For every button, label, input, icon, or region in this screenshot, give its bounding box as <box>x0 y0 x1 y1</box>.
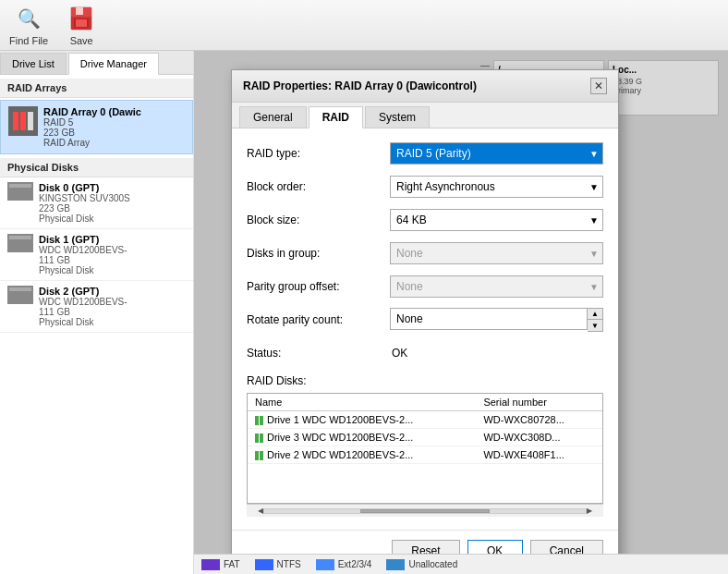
disks-in-group-select[interactable]: None ▼ <box>390 242 603 264</box>
sidebar-tab-bar: Drive List Drive Manager <box>0 51 193 75</box>
tab-drive-list[interactable]: Drive List <box>0 53 67 74</box>
raid-array-kind: RAID Array <box>43 138 185 148</box>
app-main: Drive List Drive Manager RAID Arrays <box>0 51 728 574</box>
disk-table-row[interactable]: Drive 3 WDC WD1200BEVS-2... WD-WXC308D..… <box>248 429 602 446</box>
col-serial-header: Serial number <box>476 394 602 411</box>
physical-disks-header: Physical Disks <box>0 158 193 177</box>
legend-label: Unallocated <box>408 559 457 569</box>
disk-0-name: Disk 0 (GPT) <box>39 182 186 193</box>
disk-1-icon <box>7 234 33 252</box>
parity-offset-select[interactable]: None ▼ <box>390 275 603 298</box>
block-size-select[interactable]: 64 KB ▼ <box>390 209 603 231</box>
legend-item: Ext2/3/4 <box>316 559 372 570</box>
svg-rect-4 <box>76 19 87 27</box>
toolbar: 🔍 Find File Save <box>0 0 728 51</box>
disk-row-icon <box>255 451 263 460</box>
status-value: OK <box>390 347 407 360</box>
disk-item-1[interactable]: Disk 1 (GPT) WDC WD1200BEVS- 111 GB Phys… <box>0 229 193 281</box>
rotate-parity-control[interactable]: ▲ ▼ <box>390 308 603 332</box>
disk-1-info: Disk 1 (GPT) WDC WD1200BEVS- 111 GB Phys… <box>39 234 186 275</box>
bottom-legend: FAT NTFS Ext2/3/4 Unallocated <box>194 554 728 574</box>
dialog-titlebar: RAID Properties: RAID Array 0 (Dawicontr… <box>232 70 618 103</box>
status-value-container: OK <box>390 347 603 360</box>
raid-type-select[interactable]: RAID 5 (Parity) ▼ <box>390 142 603 165</box>
disk-2-model: WDC WD1200BEVS- <box>39 297 186 307</box>
disks-table-container[interactable]: Name Serial number Drive 1 WDC WD1200BEV… <box>247 393 603 504</box>
parity-offset-label: Parity group offset: <box>247 280 390 293</box>
raid-array-name: RAID Array 0 (Dawic <box>43 106 185 117</box>
disks-in-group-control[interactable]: None ▼ <box>390 242 603 264</box>
disk-1-name: Disk 1 (GPT) <box>39 234 186 245</box>
save-button[interactable]: Save <box>67 4 96 46</box>
block-order-row: Block order: Right Asynchronous ▼ <box>247 175 603 199</box>
legend-color-swatch <box>201 559 220 570</box>
raid-array-item[interactable]: RAID Array 0 (Dawic RAID 5 223 GB RAID A… <box>0 100 193 154</box>
disk-table-row[interactable]: Drive 2 WDC WD1200BEVS-2... WD-WXE408F1.… <box>248 446 602 464</box>
scroll-right-arrow[interactable]: ▶ <box>587 507 592 515</box>
scroll-thumb[interactable] <box>360 509 489 513</box>
horizontal-scrollbar[interactable]: ◀ ▶ <box>247 504 603 517</box>
raid-type-dropdown-arrow: ▼ <box>589 149 599 159</box>
dialog-tab-system[interactable]: System <box>365 106 430 128</box>
col-name-header: Name <box>248 394 476 411</box>
block-size-row: Block size: 64 KB ▼ <box>247 208 603 232</box>
rotate-parity-down[interactable]: ▼ <box>588 320 602 331</box>
save-label: Save <box>70 35 93 46</box>
disk-2-name: Disk 2 (GPT) <box>39 286 186 297</box>
block-size-control[interactable]: 64 KB ▼ <box>390 209 603 231</box>
disk-serial-cell: WD-WXC308D... <box>476 429 602 446</box>
disk-0-info: Disk 0 (GPT) KINGSTON SUV300S 223 GB Phy… <box>39 182 186 224</box>
legend-label: FAT <box>224 559 240 569</box>
parity-offset-arrow: ▼ <box>589 282 599 292</box>
block-size-label: Block size: <box>247 214 390 226</box>
dialog-title: RAID Properties: RAID Array 0 (Dawicontr… <box>243 79 477 92</box>
disks-in-group-row: Disks in group: None ▼ <box>247 241 603 265</box>
legend-color-swatch <box>316 559 334 570</box>
disk-1-kind: Physical Disk <box>39 265 186 275</box>
find-file-label: Find File <box>9 35 48 46</box>
rotate-parity-spinner-buttons: ▲ ▼ <box>588 308 603 332</box>
disk-2-icon <box>7 286 33 304</box>
rotate-parity-up[interactable]: ▲ <box>588 309 602 320</box>
raid-properties-dialog: RAID Properties: RAID Array 0 (Dawicontr… <box>231 69 619 572</box>
disk-1-size: 111 GB <box>39 255 186 265</box>
rotate-parity-label: Rotate parity count: <box>247 313 390 326</box>
raid-array-type: RAID 5 <box>43 117 185 128</box>
disks-in-group-label: Disks in group: <box>247 247 390 260</box>
disk-serial-cell: WD-WXC80728... <box>476 411 602 429</box>
block-order-select[interactable]: Right Asynchronous ▼ <box>390 176 603 198</box>
disk-0-model: KINGSTON SUV300S <box>39 193 186 203</box>
tab-drive-manager[interactable]: Drive Manager <box>68 53 159 75</box>
disk-0-kind: Physical Disk <box>39 214 186 224</box>
modal-overlay: RAID Properties: RAID Array 0 (Dawicontr… <box>194 51 728 574</box>
raid-array-size: 223 GB <box>43 128 185 138</box>
block-size-arrow: ▼ <box>589 215 599 226</box>
disks-table: Name Serial number Drive 1 WDC WD1200BEV… <box>248 394 602 464</box>
disk-table-row[interactable]: Drive 1 WDC WD1200BEVS-2... WD-WXC80728.… <box>248 411 602 429</box>
disk-item-2[interactable]: Disk 2 (GPT) WDC WD1200BEVS- 111 GB Phys… <box>0 281 193 333</box>
disk-name-cell: Drive 3 WDC WD1200BEVS-2... <box>248 429 476 446</box>
raid-arrays-header: RAID Arrays <box>0 79 193 98</box>
disk-row-icon <box>255 416 263 425</box>
dialog-close-button[interactable]: ✕ <box>590 78 607 94</box>
scroll-track[interactable] <box>263 508 587 514</box>
dialog-tab-raid[interactable]: RAID <box>309 106 363 128</box>
status-label: Status: <box>247 347 390 360</box>
rotate-parity-input[interactable] <box>390 308 588 330</box>
disk-0-icon <box>7 182 33 201</box>
raid-type-control[interactable]: RAID 5 (Parity) ▼ <box>390 142 603 165</box>
find-file-button[interactable]: 🔍 Find File <box>9 4 48 46</box>
legend-color-swatch <box>386 559 405 570</box>
disk-2-kind: Physical Disk <box>39 317 186 327</box>
rotate-parity-spinner[interactable]: ▲ ▼ <box>390 308 603 332</box>
block-order-control[interactable]: Right Asynchronous ▼ <box>390 176 603 198</box>
parity-offset-control[interactable]: None ▼ <box>390 275 603 298</box>
block-order-label: Block order: <box>247 180 390 193</box>
raid-disks-label: RAID Disks: <box>247 374 603 387</box>
dialog-tab-general[interactable]: General <box>239 106 307 128</box>
disk-0-size: 223 GB <box>39 203 186 214</box>
disk-item-0[interactable]: Disk 0 (GPT) KINGSTON SUV300S 223 GB Phy… <box>0 177 193 229</box>
raid-array-icon <box>8 106 38 136</box>
legend-item: FAT <box>201 559 240 570</box>
save-icon <box>67 4 96 33</box>
